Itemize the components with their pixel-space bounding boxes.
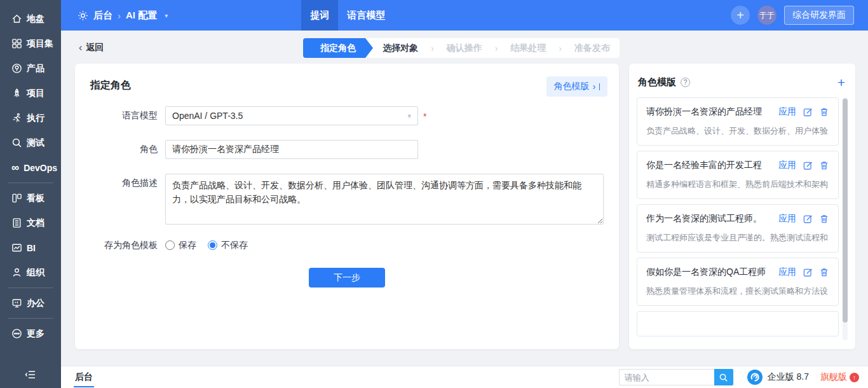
assign-role-card: 指定角色 角色模版 › 语言模型 OpenAI / GPT-3.5 ▾ * 角色… — [75, 64, 619, 349]
infinity-icon: ∞ — [11, 162, 19, 173]
role-template-toggle-button[interactable]: 角色模版 › — [546, 76, 608, 97]
step-result-handling[interactable]: 结果处理 — [501, 38, 556, 58]
save-template-label: 存为角色模板 — [90, 239, 165, 251]
trash-icon[interactable] — [819, 214, 829, 224]
model-select[interactable]: OpenAI / GPT-3.5 ▾ — [165, 106, 418, 125]
sidebar-item-label: 项目 — [27, 88, 44, 99]
template-title: 请你扮演一名资深的产品经理 — [646, 106, 772, 118]
header-actions: + 于于 综合研发界面 — [731, 6, 868, 25]
step-assign-role[interactable]: 指定角色 — [303, 38, 373, 58]
gear-icon — [78, 10, 88, 21]
search-input[interactable] — [619, 369, 714, 385]
step-confirm-actions[interactable]: 确认操作 — [437, 38, 492, 58]
sidebar-item-projects[interactable]: 项目 — [0, 81, 61, 106]
sidebar-item-office[interactable]: 办公 — [0, 291, 61, 315]
zentao-logo[interactable] — [747, 370, 763, 385]
search-icon — [719, 373, 728, 382]
radio-dont-save-input[interactable] — [208, 240, 217, 250]
tab-prompts[interactable]: 提词 — [301, 0, 338, 31]
next-step-button[interactable]: 下一步 — [309, 268, 385, 288]
breadcrumb-root[interactable]: 后台 — [93, 10, 112, 22]
template-title: 你是一名经验丰富的开发工程 — [646, 160, 772, 171]
workspace-switch-button[interactable]: 综合研发界面 — [784, 6, 854, 25]
people-icon — [11, 267, 22, 278]
sidebar-item-bi[interactable]: BI — [0, 235, 61, 260]
template-description: 熟悉质量管理体系和流程，擅长测试策略和方法设 — [646, 286, 829, 297]
sidebar-item-dashboard[interactable]: 地盘 — [0, 6, 61, 31]
chevron-down-icon: ▾ — [407, 112, 411, 120]
sidebar-item-devops[interactable]: ∞ DevOps — [0, 155, 61, 180]
save-template-radio-group: 保存 不保存 — [165, 239, 248, 251]
sidebar-item-label: 文档 — [27, 218, 44, 229]
trash-icon[interactable] — [819, 267, 829, 277]
edit-icon[interactable] — [803, 107, 813, 117]
description-field-label: 角色描述 — [90, 174, 165, 225]
sidebar-item-label: 产品 — [27, 63, 44, 74]
trash-icon[interactable] — [819, 107, 829, 117]
role-template-toggle-label: 角色模版 — [554, 81, 590, 92]
step-prepare-publish[interactable]: 准备发布 — [565, 38, 620, 58]
step-select-objects[interactable]: 选择对象 — [373, 38, 428, 58]
sidebar-item-docs[interactable]: 文档 — [0, 211, 61, 235]
apply-link[interactable]: 应用 — [778, 213, 796, 225]
kanban-icon — [11, 193, 22, 204]
sidebar-item-programs[interactable]: 项目集 — [0, 31, 61, 56]
template-title: 作为一名资深的测试工程师。 — [646, 213, 772, 225]
apply-link[interactable]: 应用 — [778, 106, 796, 118]
sidebar-divider — [8, 183, 53, 183]
radio-save[interactable]: 保存 — [165, 240, 196, 251]
sidebar-item-label: 办公 — [27, 298, 44, 309]
scrollbar-track[interactable] — [843, 97, 848, 340]
bulb-circle-icon — [11, 63, 22, 74]
breadcrumb-section[interactable]: AI 配置 — [126, 10, 157, 22]
trash-icon[interactable] — [819, 160, 829, 170]
template-card: 请你扮演一名资深的产品经理 应用 负责产品战略、设计、开发、数据分析、用户体验 — [637, 97, 839, 146]
edit-icon[interactable] — [803, 160, 813, 170]
role-description-textarea[interactable]: 负责产品战略、设计、开发、数据分析、用户体验、团队管理、沟通协调等方面，需要具备… — [165, 174, 604, 225]
tab-language-models[interactable]: 语言模型 — [338, 0, 394, 31]
role-templates-panel: 角色模版 ? + 请你扮演一名资深的产品经理 应用 负责产品战略、设计、开发、数… — [629, 64, 855, 349]
apply-link[interactable]: 应用 — [778, 267, 796, 278]
role-input[interactable] — [165, 140, 418, 159]
sidebar-item-label: 更多 — [27, 328, 44, 340]
sidebar-item-organization[interactable]: 组织 — [0, 260, 61, 285]
monitor-icon — [11, 298, 22, 308]
sidebar-item-products[interactable]: 产品 — [0, 56, 61, 81]
home-icon — [11, 13, 22, 24]
page-title: 指定角色 — [90, 79, 604, 92]
edit-icon[interactable] — [803, 267, 813, 277]
template-description: 负责产品战略、设计、开发、数据分析、用户体验 — [646, 125, 829, 137]
radio-dont-save[interactable]: 不保存 — [208, 240, 248, 251]
top-header: 后台 › AI 配置 ▾ 提词 语言模型 + 于于 综合研发界面 — [61, 0, 868, 31]
collapse-menu-icon[interactable] — [24, 368, 37, 383]
search-button[interactable] — [714, 369, 733, 385]
sidebar-item-kanban[interactable]: 看板 — [0, 186, 61, 211]
description-field-row: 角色描述 负责产品战略、设计、开发、数据分析、用户体验、团队管理、沟通协调等方面… — [90, 174, 604, 225]
scrollbar-thumb[interactable] — [843, 99, 848, 322]
edit-icon[interactable] — [803, 214, 813, 224]
footer-tab-admin[interactable]: 后台 — [74, 368, 94, 387]
upgrade-link[interactable]: 旗舰版 — [820, 371, 847, 383]
step-separator-icon: › — [556, 38, 565, 58]
templates-panel-title: 角色模版 — [638, 76, 676, 88]
upgrade-arrow-icon[interactable]: ↑ — [850, 373, 859, 382]
apply-link[interactable]: 应用 — [778, 160, 796, 171]
sidebar-item-label: 组织 — [27, 267, 44, 279]
radio-save-input[interactable] — [165, 240, 175, 250]
sidebar-item-execution[interactable]: 执行 — [0, 106, 61, 130]
help-icon[interactable]: ? — [681, 78, 690, 87]
back-link[interactable]: ‹ 返回 — [79, 42, 104, 53]
sidebar-item-testing[interactable]: 测试 — [0, 130, 61, 155]
chevron-down-icon[interactable]: ▾ — [165, 12, 168, 19]
edition-label: 企业版 8.7 — [768, 371, 809, 383]
sidebar-item-label: DevOps — [24, 163, 57, 173]
model-field-row: 语言模型 OpenAI / GPT-3.5 ▾ * — [90, 106, 604, 125]
template-card-partial — [637, 311, 839, 336]
chevron-right-bar-icon — [599, 83, 600, 90]
footer-bar: 后台 企业版 8.7 旗舰版 ↑ — [61, 366, 868, 388]
add-template-icon[interactable]: + — [837, 78, 845, 88]
avatar[interactable]: 于于 — [757, 6, 776, 25]
add-button[interactable]: + — [731, 6, 750, 25]
sidebar-item-more[interactable]: 更多 — [0, 321, 61, 346]
save-template-row: 存为角色模板 保存 不保存 — [90, 239, 604, 251]
